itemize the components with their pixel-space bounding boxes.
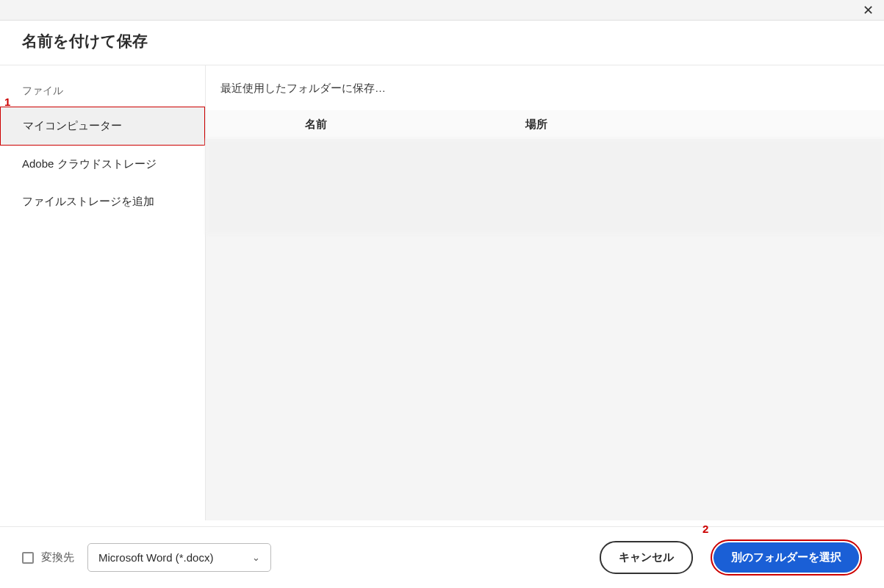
close-icon: ✕ (863, 2, 874, 18)
dialog-header: 名前を付けて保存 (0, 21, 884, 65)
choose-folder-highlight: 別のフォルダーを選択 (711, 539, 862, 576)
sidebar-item-adobe-cloud[interactable]: Adobe クラウドストレージ (0, 146, 205, 183)
sidebar-item-label: Adobe クラウドストレージ (22, 157, 157, 170)
folder-list-blurred (206, 139, 884, 234)
format-selected-value: Microsoft Word (*.docx) (98, 551, 213, 564)
footer: 変換先 Microsoft Word (*.docx) ⌄ キャンセル 別のフォ… (0, 526, 884, 588)
table-header: 名前 場所 (206, 110, 884, 139)
convert-checkbox[interactable] (22, 552, 34, 564)
convert-label: 変換先 (41, 551, 74, 564)
dialog-title: 名前を付けて保存 (22, 31, 862, 51)
main-panel: 最近使用したフォルダーに保存… 名前 場所 (206, 65, 884, 520)
sidebar-item-add-storage[interactable]: ファイルストレージを追加 (0, 183, 205, 220)
choose-other-folder-button[interactable]: 別のフォルダーを選択 (714, 542, 859, 573)
format-dropdown[interactable]: Microsoft Word (*.docx) ⌄ (87, 543, 271, 572)
sidebar-item-my-computer[interactable]: マイコンピューター (0, 107, 205, 146)
close-button[interactable]: ✕ (860, 3, 875, 18)
chevron-down-icon: ⌄ (252, 552, 260, 563)
recent-folders-heading: 最近使用したフォルダーに保存… (206, 65, 884, 110)
column-location: 場所 (426, 118, 647, 132)
sidebar-section-label: ファイル (0, 80, 205, 107)
convert-to-section: 変換先 (22, 551, 74, 564)
content-area: ファイル マイコンピューター Adobe クラウドストレージ ファイルストレージ… (0, 65, 884, 520)
folder-table: 名前 場所 (206, 110, 884, 234)
sidebar: ファイル マイコンピューター Adobe クラウドストレージ ファイルストレージ… (0, 65, 206, 520)
sidebar-item-label: マイコンピューター (23, 119, 122, 132)
column-name: 名前 (206, 118, 426, 132)
titlebar: ✕ (0, 0, 884, 21)
sidebar-item-label: ファイルストレージを追加 (22, 195, 154, 207)
cancel-button[interactable]: キャンセル (600, 541, 693, 574)
